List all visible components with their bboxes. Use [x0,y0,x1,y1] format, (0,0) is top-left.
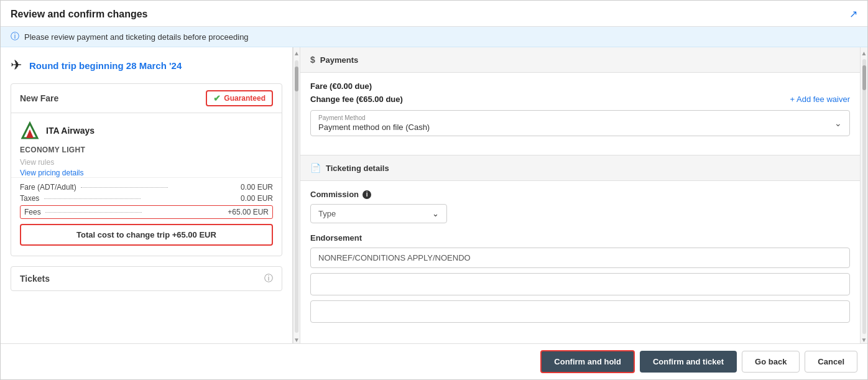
fare-adt-label: Fare (ADT/Adult) [20,183,170,192]
modal-body: ✈ Round trip beginning 28 March '24 New … [1,47,867,343]
guaranteed-label: Guaranteed [224,94,265,103]
total-row: Total cost to change trip +65.00 EUR [20,224,273,246]
scroll-down-arrow: ▼ [293,336,300,343]
fees-line: Fees +65.00 EUR [20,205,273,219]
dollar-icon: $ [310,55,315,65]
cancel-button[interactable]: Cancel [805,351,857,373]
airline-row: ITA Airways [11,113,282,146]
modal-header: Review and confirm changes ↗ [1,1,867,27]
type-dropdown[interactable]: Type ⌄ [310,204,447,223]
endorsement-input-3[interactable] [310,300,850,323]
payments-section-header: $ Payments [300,47,860,73]
change-fee-label: Change fee (€65.00 due) [310,95,403,104]
ticketing-section: 📄 Ticketing details Commission i Type ⌄ … [300,155,860,336]
scroll-thumb [295,67,298,91]
right-scroll-up: ▲ [861,50,867,57]
fare-card: New Fare ✔ Guaranteed [11,83,282,256]
endorsement-label: Endorsement [310,233,850,243]
type-dropdown-arrow-icon: ⌄ [432,209,439,218]
fare-adt-value: 0.00 EUR [241,183,273,192]
taxes-value: 0.00 EUR [241,194,273,203]
modal-title: Review and confirm changes [11,9,148,20]
fees-value: +65.00 EUR [228,208,269,216]
scroll-track[interactable] [295,60,298,333]
info-banner-text: Please review payment and ticketing deta… [24,32,249,42]
tickets-header: Tickets ⓘ [20,273,273,284]
right-panel: $ Payments Fare (€0.00 due) Change fee (… [300,47,860,343]
left-panel: ✈ Round trip beginning 28 March '24 New … [1,47,293,343]
fare-class: ECONOMY LIGHT [11,146,282,157]
commission-label: Commission i [310,190,850,199]
payments-body: Fare (€0.00 due) Change fee (€65.00 due)… [300,73,860,155]
trip-date: 28 March '24 [126,60,182,71]
tickets-section: Tickets ⓘ [11,266,282,291]
info-banner: ⓘ Please review payment and ticketing de… [1,27,867,47]
right-scroll-down: ▼ [861,336,867,343]
dots-taxes [44,198,141,199]
document-icon: 📄 [310,163,321,173]
plane-icon: ✈ [11,57,22,73]
endorsement-input-2[interactable] [310,273,850,295]
guaranteed-badge: ✔ Guaranteed [206,90,273,106]
taxes-label: Taxes [20,194,143,203]
ticketing-section-header: 📄 Ticketing details [300,155,860,181]
ticketing-title: Ticketing details [326,164,389,173]
scroll-up-arrow: ▲ [293,50,300,57]
taxes-line: Taxes 0.00 EUR [20,194,273,203]
payment-method-label: Payment Method [318,114,842,121]
fees-label: Fees [24,208,144,216]
fare-card-title: New Fare [20,93,58,103]
payments-title: Payments [320,55,358,65]
tickets-info-icon: ⓘ [264,273,273,284]
expand-icon[interactable]: ↗ [849,8,857,20]
check-icon: ✔ [213,93,221,103]
trip-title: Round trip beginning 28 March '24 [29,60,182,71]
trip-title-static: Round trip beginning [29,60,126,71]
commission-info-icon: i [362,190,371,199]
type-dropdown-label: Type [318,209,336,218]
payment-method-box[interactable]: Payment Method Payment method on file (C… [310,110,850,136]
dots-fare [81,187,168,188]
dots-fees [45,212,142,213]
right-scroll-thumb [862,65,866,90]
endorsement-input-1[interactable] [310,248,850,268]
right-scroll-divider: ▲ ▼ [860,47,867,343]
commission-body: Commission i Type ⌄ Endorsement [300,181,860,336]
go-back-button[interactable]: Go back [742,351,800,373]
payment-method-value: Payment method on file (Cash) [318,123,842,132]
view-rules: View rules [11,157,282,168]
confirm-ticket-button[interactable]: Confirm and ticket [640,351,737,373]
fare-card-header: New Fare ✔ Guaranteed [11,84,282,113]
confirm-hold-button[interactable]: Confirm and hold [540,350,635,373]
change-fee-row: Change fee (€65.00 due) + Add fee waiver [310,95,850,104]
modal-footer: Confirm and hold Confirm and ticket Go b… [1,343,867,379]
airline-logo [20,121,40,141]
scroll-divider: ▲ ▼ [293,47,300,343]
right-scroll-track[interactable] [862,59,866,334]
fare-due: Fare (€0.00 due) [310,81,850,91]
payment-dropdown-arrow-icon: ⌄ [834,118,842,128]
add-fee-waiver-button[interactable]: + Add fee waiver [790,95,850,104]
fare-breakdown: Fare (ADT/Adult) 0.00 EUR Taxes 0.00 EUR [11,177,282,256]
airline-name: ITA Airways [46,126,95,136]
fare-adt-line: Fare (ADT/Adult) 0.00 EUR [20,183,273,192]
tickets-title: Tickets [20,274,50,284]
info-circle-icon: ⓘ [11,31,19,42]
view-pricing-link[interactable]: View pricing details [11,167,93,183]
modal-container: Review and confirm changes ↗ ⓘ Please re… [0,0,868,380]
trip-header: ✈ Round trip beginning 28 March '24 [11,57,282,73]
